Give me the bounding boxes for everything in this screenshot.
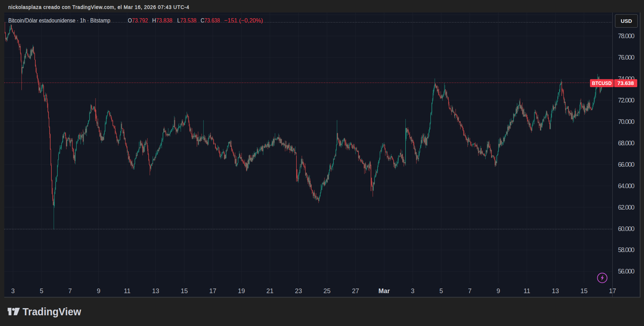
svg-text:27: 27 bbox=[352, 287, 359, 295]
svg-text:72.000: 72.000 bbox=[618, 97, 635, 104]
svg-text:15: 15 bbox=[581, 287, 588, 295]
svg-text:9: 9 bbox=[97, 287, 100, 295]
svg-text:64.000: 64.000 bbox=[618, 182, 635, 190]
svg-text:78.000: 78.000 bbox=[618, 32, 635, 40]
svg-text:3: 3 bbox=[411, 287, 414, 295]
svg-text:7: 7 bbox=[68, 287, 72, 295]
svg-text:66.000: 66.000 bbox=[618, 161, 635, 168]
svg-text:60.000: 60.000 bbox=[618, 225, 635, 232]
svg-text:Mar: Mar bbox=[378, 287, 390, 295]
svg-text:17: 17 bbox=[209, 287, 216, 295]
svg-text:O73.792: O73.792 bbox=[128, 17, 148, 24]
svg-text:USD: USD bbox=[621, 18, 632, 24]
svg-text:19: 19 bbox=[238, 287, 245, 295]
svg-text:70.000: 70.000 bbox=[618, 118, 635, 125]
svg-text:H73.838: H73.838 bbox=[152, 17, 173, 24]
svg-text:56.000: 56.000 bbox=[618, 268, 635, 275]
svg-text:13: 13 bbox=[152, 287, 159, 295]
svg-text:15: 15 bbox=[181, 287, 188, 295]
svg-text:58.000: 58.000 bbox=[618, 246, 635, 254]
svg-text:Bitcoin/Dólar estadounidense ·: Bitcoin/Dólar estadounidense · 1h · Bits… bbox=[8, 17, 110, 24]
svg-text:7: 7 bbox=[468, 287, 471, 295]
svg-text:62.000: 62.000 bbox=[618, 204, 635, 211]
svg-text:11: 11 bbox=[523, 287, 530, 295]
svg-text:21: 21 bbox=[266, 287, 274, 295]
svg-text:5: 5 bbox=[439, 287, 443, 295]
svg-text:nickolasplaza creado con Tradi: nickolasplaza creado con TradingView.com… bbox=[8, 4, 189, 10]
svg-text:68.000: 68.000 bbox=[618, 140, 635, 147]
svg-text:L73.538: L73.538 bbox=[177, 17, 196, 24]
svg-text:C73.638: C73.638 bbox=[201, 17, 220, 24]
svg-text:3: 3 bbox=[11, 287, 15, 295]
svg-text:9: 9 bbox=[496, 287, 500, 295]
svg-text:BTCUSD: BTCUSD bbox=[592, 80, 612, 86]
svg-text:23: 23 bbox=[295, 287, 302, 295]
svg-text:−151 (−0,20%): −151 (−0,20%) bbox=[224, 17, 263, 24]
svg-text:11: 11 bbox=[124, 287, 131, 295]
svg-text:13: 13 bbox=[552, 287, 559, 295]
svg-text:25: 25 bbox=[323, 287, 331, 295]
svg-text:76.000: 76.000 bbox=[618, 54, 635, 61]
svg-text:73.638: 73.638 bbox=[618, 80, 634, 86]
svg-text:17: 17 bbox=[609, 287, 616, 295]
svg-text:TradingView: TradingView bbox=[22, 306, 81, 317]
svg-text:5: 5 bbox=[40, 287, 43, 295]
